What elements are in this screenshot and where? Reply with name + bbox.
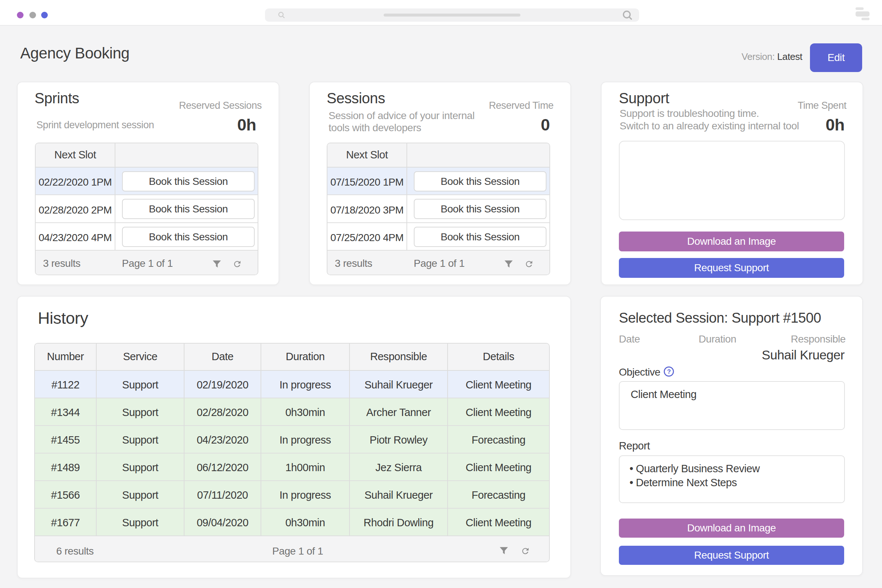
svg-text:?: ? (667, 368, 670, 375)
